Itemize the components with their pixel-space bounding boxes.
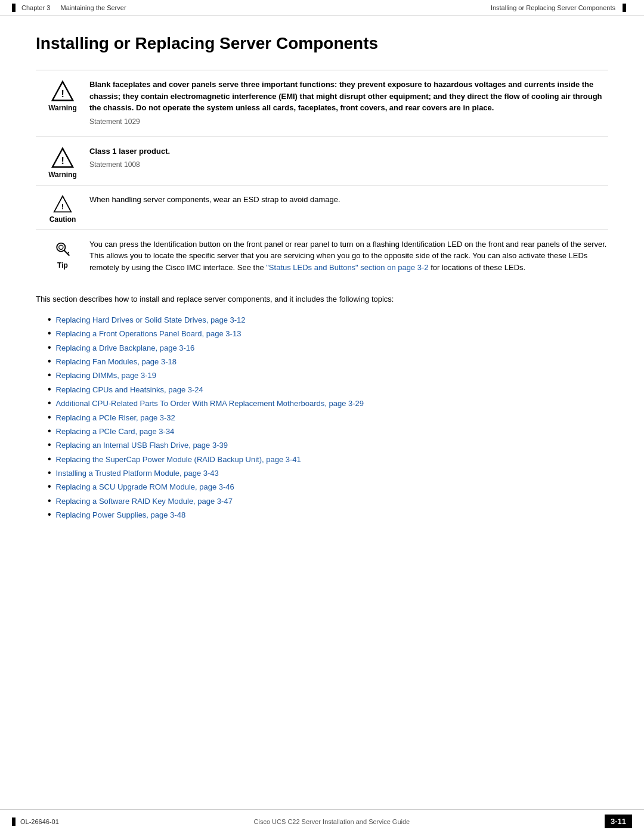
footer-left: OL-26646-01 [12,817,59,826]
footer-center: Cisco UCS C22 Server Installation and Se… [254,818,410,825]
list-item: Replacing a PCIe Card, page 3-34 [48,425,608,438]
list-item: Replacing a Software RAID Key Module, pa… [48,494,608,508]
body-paragraph: This section describes how to install an… [36,293,608,306]
chapter-label: Chapter 3 [21,4,50,11]
tip-text: You can press the Identification button … [89,239,608,274]
svg-point-7 [59,245,63,249]
list-link-14[interactable]: Replacing Power Supplies, page 3-48 [56,508,186,522]
page-footer: OL-26646-01 Cisco UCS C22 Server Install… [0,809,644,833]
warning-2-label: Warning [48,171,77,179]
list-item: Replacing a PCIe Riser, page 3-32 [48,411,608,425]
list-link-13[interactable]: Replacing a Software RAID Key Module, pa… [56,494,233,508]
list-link-7[interactable]: Replacing a PCIe Riser, page 3-32 [56,411,175,425]
list-item: Replacing CPUs and Heatsinks, page 3-24 [48,383,608,397]
caution-block: ! Caution When handling server component… [36,185,608,230]
header-right: Installing or Replacing Server Component… [491,4,626,12]
header-left-bar [12,4,16,12]
page-title: Installing or Replacing Server Component… [36,34,608,53]
list-item: Replacing Fan Modules, page 3-18 [48,355,608,368]
list-link-2[interactable]: Replacing a Drive Backplane, page 3-16 [56,341,195,355]
list-item: Replacing DIMMs, page 3-19 [48,368,608,382]
list-item: Replacing the SuperCap Power Module (RAI… [48,453,608,466]
list-link-1[interactable]: Replacing a Front Operations Panel Board… [56,327,242,340]
list-item: Replacing Power Supplies, page 3-48 [48,508,608,522]
header-right-bar [623,4,626,12]
caution-icon: ! [53,195,72,214]
svg-text:!: ! [61,154,64,166]
list-item: Replacing a Drive Backplane, page 3-16 [48,341,608,355]
warning-2-icon-col: ! Warning [36,145,89,179]
warning-1: ! Warning Blank faceplates and cover pan… [36,70,608,137]
warning-icon-2: ! [51,147,74,169]
svg-text:!: ! [61,88,64,100]
list-item: Replacing a Front Operations Panel Board… [48,327,608,340]
warning-2-text: Class 1 laser product. [89,147,170,156]
warning-1-statement: Statement 1029 [89,116,608,127]
caution-text: When handling server components, wear an… [89,194,608,206]
footer-doc-number: OL-26646-01 [20,818,59,825]
warning-1-content: Blank faceplates and cover panels serve … [89,79,608,131]
footer-doc-title: Cisco UCS C22 Server Installation and Se… [254,818,410,825]
list-link-5[interactable]: Replacing CPUs and Heatsinks, page 3-24 [56,383,203,397]
tip-icon [53,241,72,260]
list-item: Replacing an Internal USB Flash Drive, p… [48,438,608,452]
list-link-9[interactable]: Replacing an Internal USB Flash Drive, p… [56,438,228,452]
list-link-4[interactable]: Replacing DIMMs, page 3-19 [56,368,156,382]
warning-1-label: Warning [48,104,77,112]
warning-icon-1: ! [51,80,74,103]
list-link-11[interactable]: Installing a Trusted Platform Module, pa… [56,466,219,480]
warning-2-content: Class 1 laser product. Statement 1008 [89,145,608,174]
chapter-title: Maintaining the Server [60,4,126,11]
warning-1-icon-col: ! Warning [36,79,89,112]
tip-label: Tip [57,261,68,270]
warning-1-text: Blank faceplates and cover panels serve … [89,80,602,112]
list-link-6[interactable]: Additional CPU-Related Parts To Order Wi… [56,397,364,410]
caution-label: Caution [49,215,76,224]
list-item: Installing a Trusted Platform Module, pa… [48,466,608,480]
topic-list: Replacing Hard Drives or Solid State Dri… [48,313,608,522]
list-link-0[interactable]: Replacing Hard Drives or Solid State Dri… [56,313,246,327]
svg-text:!: ! [61,202,64,211]
footer-left-bar [12,817,16,826]
list-item: Replacing Hard Drives or Solid State Dri… [48,313,608,327]
list-link-10[interactable]: Replacing the SuperCap Power Module (RAI… [56,453,301,466]
list-link-12[interactable]: Replacing a SCU Upgrade ROM Module, page… [56,480,234,494]
list-link-8[interactable]: Replacing a PCIe Card, page 3-34 [56,425,175,438]
main-content: Installing or Replacing Server Component… [0,16,644,574]
tip-block: Tip You can press the Identification but… [36,230,608,283]
footer-right: 3-11 [605,815,632,828]
svg-line-9 [67,252,69,253]
warning-2: ! Warning Class 1 laser product. Stateme… [36,137,608,185]
tip-content-col: You can press the Identification button … [89,239,608,277]
page-number: 3-11 [605,815,632,828]
caution-content: When handling server components, wear an… [89,194,608,209]
warning-2-statement: Statement 1008 [89,159,608,170]
caution-icon-col: ! Caution [36,194,89,224]
header-left: Chapter 3 Maintaining the Server [12,4,126,12]
tip-icon-col: Tip [36,239,89,270]
list-item: Replacing a SCU Upgrade ROM Module, page… [48,480,608,494]
page-header: Chapter 3 Maintaining the Server Install… [0,0,644,16]
header-right-text: Installing or Replacing Server Component… [491,4,615,11]
list-link-3[interactable]: Replacing Fan Modules, page 3-18 [56,355,177,368]
tip-link[interactable]: "Status LEDs and Buttons" section on pag… [266,263,428,272]
list-item: Additional CPU-Related Parts To Order Wi… [48,397,608,410]
